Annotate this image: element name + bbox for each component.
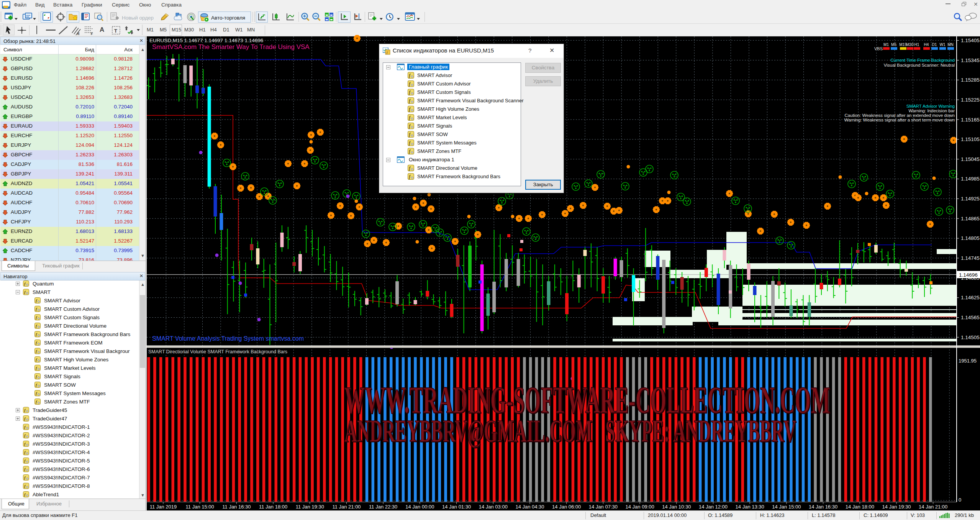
svg-text:0: 0 [959,497,961,503]
svg-text:1.14865: 1.14865 [961,216,980,221]
svg-text:M1: M1 [883,43,889,47]
svg-text:ANDREYBBRV@GMAIL.COM SKYPE:: ANDREYBBRV@GMAIL.COM SKYPE: ANDREYBBRV [344,413,796,448]
svg-text:1.14985: 1.14985 [961,176,980,182]
svg-text:D1: D1 [932,43,937,47]
svg-text:1951.95: 1951.95 [959,358,977,364]
svg-text:M15: M15 [899,43,907,47]
svg-text:W1: W1 [940,43,946,47]
svg-text:14 Jan 13:30: 14 Jan 13:30 [736,504,764,510]
svg-text:SMART Volume Analysis Trading: SMART Volume Analysis Trading System sma… [152,335,304,342]
svg-text:Current Time Frame Background: Current Time Frame Background [891,58,955,62]
svg-text:1.15285: 1.15285 [961,77,980,83]
svg-text:1.15105: 1.15105 [961,136,980,142]
svg-text:1.15045: 1.15045 [961,156,980,162]
svg-text:SMART Directional Volume SMAR: SMART Directional Volume SMART Framework… [148,349,287,354]
svg-text:SmartVSA.com The Smarter Way T: SmartVSA.com The Smarter Way To Trade Us… [152,43,310,51]
svg-text:14 Jan 21:00: 14 Jan 21:00 [919,504,947,510]
svg-text:1.15345: 1.15345 [961,57,980,63]
svg-text:EURUSD,M15 1.14677 1.14697 1.: EURUSD,M15 1.14677 1.14697 1.14673 1.146… [149,38,263,43]
svg-text:11 Jan 16:30: 11 Jan 16:30 [222,504,251,510]
svg-text:H4: H4 [924,43,929,47]
svg-text:1.14745: 1.14745 [961,255,980,261]
svg-text:14 Jan 00:00: 14 Jan 00:00 [405,504,434,510]
svg-text:14 Jan 19:30: 14 Jan 19:30 [882,504,911,510]
svg-text:14 Jan 10:30: 14 Jan 10:30 [662,504,691,510]
svg-text:11 Jan 21:00: 11 Jan 21:00 [332,504,361,510]
svg-text:14 Jan 06:00: 14 Jan 06:00 [552,504,581,510]
svg-text:11 Jan 2019: 11 Jan 2019 [150,504,177,510]
svg-text:1.15225: 1.15225 [961,97,980,103]
svg-text:MN: MN [947,43,954,47]
svg-text:11 Jan 18:00: 11 Jan 18:00 [259,504,287,510]
svg-text:1.14625: 1.14625 [961,295,980,300]
svg-text:SMART Advisor Warning: SMART Advisor Warning [906,104,955,108]
svg-text:1.14696: 1.14696 [959,272,978,278]
svg-text:11 Jan 22:30: 11 Jan 22:30 [369,504,397,510]
svg-text:14 Jan 18:00: 14 Jan 18:00 [846,504,874,510]
svg-text:14 Jan 01:30: 14 Jan 01:30 [442,504,471,510]
svg-text:Warning: Indecision bar: Warning: Indecision bar [909,108,955,113]
svg-text:14 Jan 12:00: 14 Jan 12:00 [699,504,728,510]
svg-text:VBS: VBS [874,46,883,51]
svg-text:1.14565: 1.14565 [961,315,980,320]
svg-text:1.14805: 1.14805 [961,235,980,241]
svg-text:H1: H1 [914,43,919,47]
svg-text:1.15165: 1.15165 [961,117,980,123]
svg-text:Warning: Weakness signal after: Warning: Weakness signal after a short t… [844,118,955,122]
svg-text:14 Jan 04:30: 14 Jan 04:30 [515,504,544,510]
svg-text:14 Jan 03:00: 14 Jan 03:00 [479,504,508,510]
svg-text:M5: M5 [891,43,896,47]
svg-text:Caution: Weakness signal after: Caution: Weakness signal after an extend… [845,113,955,118]
svg-text:1.14925: 1.14925 [961,196,980,202]
svg-text:1.15405: 1.15405 [961,38,980,43]
svg-text:14 Jan 09:00: 14 Jan 09:00 [626,504,654,510]
svg-text:14 Jan 07:30: 14 Jan 07:30 [589,504,618,510]
svg-text:1.14505: 1.14505 [961,335,980,340]
svg-text:M30: M30 [906,43,914,47]
svg-text:14 Jan 15:00: 14 Jan 15:00 [772,504,801,510]
svg-text:11 Jan 19:30: 11 Jan 19:30 [296,504,324,510]
svg-text:Visual Background Scanner: Neu: Visual Background Scanner: Neutral [884,63,955,67]
svg-text:11 Jan 15:00: 11 Jan 15:00 [186,504,214,510]
svg-text:14 Jan 16:30: 14 Jan 16:30 [809,504,837,510]
